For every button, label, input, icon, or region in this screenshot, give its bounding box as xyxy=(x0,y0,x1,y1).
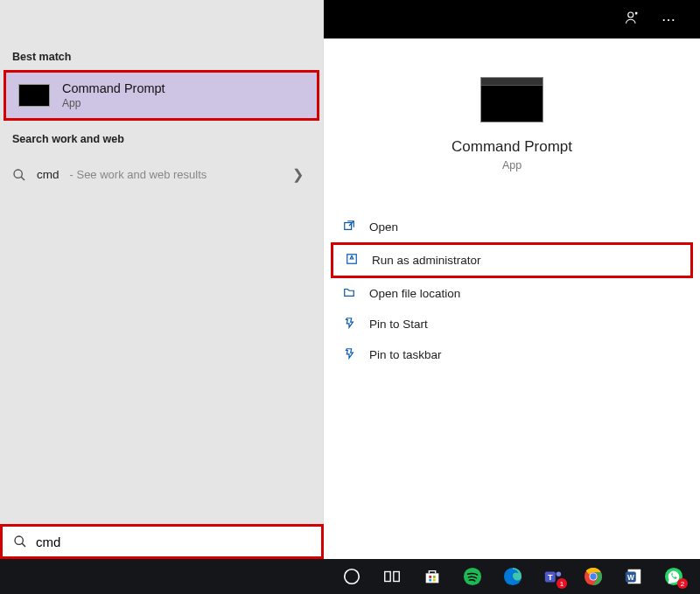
svg-rect-9 xyxy=(394,572,399,582)
svg-point-21 xyxy=(590,573,596,579)
svg-point-18 xyxy=(556,572,562,577)
detail-title: Command Prompt xyxy=(452,138,572,156)
action-open-label: Open xyxy=(369,220,398,234)
chrome-icon[interactable] xyxy=(583,566,604,587)
web-search-hint: - See work and web results xyxy=(70,168,207,181)
svg-point-0 xyxy=(628,12,634,17)
svg-point-1 xyxy=(14,170,22,178)
pin-start-icon xyxy=(341,317,357,332)
cortana-icon[interactable] xyxy=(341,566,362,587)
command-prompt-icon-large xyxy=(480,77,543,122)
best-match-result[interactable]: Command Prompt App xyxy=(4,70,319,121)
svg-rect-12 xyxy=(429,579,431,582)
command-prompt-icon xyxy=(18,84,50,107)
svg-rect-8 xyxy=(385,572,390,582)
feedback-icon[interactable] xyxy=(614,10,651,29)
section-best-match: Best match xyxy=(0,38,323,70)
action-pin-taskbar[interactable]: Pin to taskbar xyxy=(331,339,693,370)
action-open-location-label: Open file location xyxy=(369,287,460,300)
search-input[interactable] xyxy=(36,535,311,549)
svg-point-5 xyxy=(15,536,23,544)
svg-line-6 xyxy=(22,543,25,547)
action-run-admin-label: Run as administrator xyxy=(372,254,481,267)
search-bar[interactable] xyxy=(0,524,324,559)
teams-icon[interactable]: T 1 xyxy=(542,566,564,587)
svg-rect-3 xyxy=(345,223,352,230)
svg-rect-10 xyxy=(429,576,431,578)
whatsapp-icon[interactable]: 2 xyxy=(663,566,684,587)
shield-admin-icon xyxy=(344,253,360,268)
best-match-title: Command Prompt xyxy=(62,81,165,95)
task-view-icon[interactable] xyxy=(382,566,402,587)
detail-subtitle: App xyxy=(502,159,522,171)
svg-line-2 xyxy=(21,177,24,180)
action-open-location[interactable]: Open file location xyxy=(331,278,693,309)
results-pane: Best match Command Prompt App Search wor… xyxy=(0,0,324,559)
svg-text:T: T xyxy=(548,573,553,582)
svg-text:W: W xyxy=(627,574,634,582)
microsoft-store-icon[interactable] xyxy=(422,566,443,587)
chevron-right-icon: ❯ xyxy=(292,166,311,183)
action-pin-taskbar-label: Pin to taskbar xyxy=(369,348,442,361)
action-pin-start[interactable]: Pin to Start xyxy=(331,309,693,339)
search-icon xyxy=(13,535,27,549)
taskbar: T 1 W 2 xyxy=(0,559,700,594)
word-icon[interactable]: W xyxy=(623,566,644,587)
action-open[interactable]: Open xyxy=(331,212,693,242)
web-search-term: cmd xyxy=(37,168,60,181)
open-icon xyxy=(341,220,357,234)
web-search-row[interactable]: cmd - See work and web results ❯ xyxy=(0,157,323,192)
action-run-admin[interactable]: Run as administrator xyxy=(331,242,693,278)
spotify-icon[interactable] xyxy=(462,566,483,587)
search-icon xyxy=(12,168,26,182)
whatsapp-badge: 2 xyxy=(677,578,688,589)
detail-actions: Open Run as administrator Open file loca… xyxy=(324,212,700,370)
teams-badge: 1 xyxy=(556,578,567,589)
section-search-web: Search work and web xyxy=(0,121,323,152)
best-match-subtitle: App xyxy=(62,97,165,109)
pin-taskbar-icon xyxy=(341,347,357,362)
edge-icon[interactable] xyxy=(502,566,523,587)
action-pin-start-label: Pin to Start xyxy=(369,318,428,331)
svg-point-7 xyxy=(345,570,360,584)
more-options-icon[interactable]: ⋯ xyxy=(651,11,686,28)
svg-rect-11 xyxy=(433,576,436,578)
detail-pane: Command Prompt App Open Run as administr… xyxy=(324,0,700,559)
svg-rect-13 xyxy=(433,579,436,582)
folder-icon xyxy=(341,286,357,301)
